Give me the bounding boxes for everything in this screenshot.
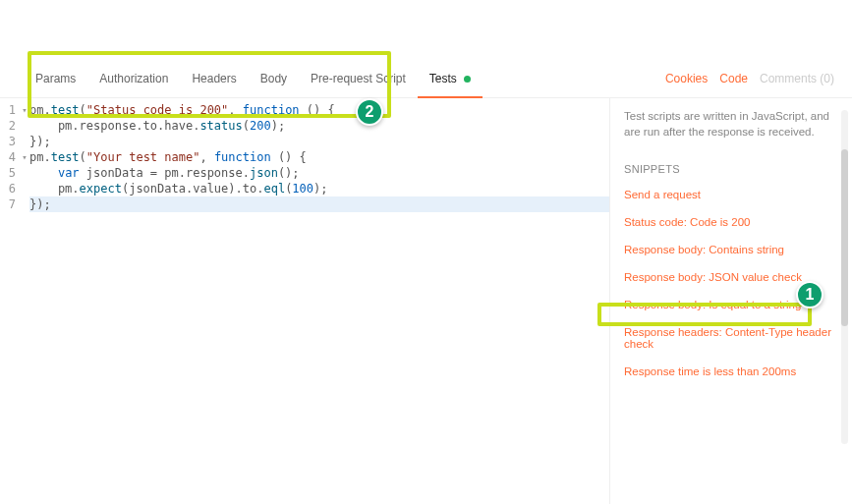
snippet-status-code-200[interactable]: Status code: Code is 200 [624, 216, 842, 228]
callout-badge-1: 1 [796, 281, 824, 308]
snippet-content-type-header[interactable]: Response headers: Content-Type header ch… [624, 326, 842, 350]
code-line: pm.response.to.have.status(200); [29, 118, 609, 134]
tests-active-dot-icon [464, 76, 471, 83]
fold-column: ▾ ▾ [20, 102, 29, 504]
fold-icon[interactable]: ▾ [20, 102, 29, 118]
code-body[interactable]: pm.test("Status code is 200", function (… [29, 102, 609, 504]
main-area: 1 2 3 4 5 6 7 ▾ ▾ pm.test("Status code i… [0, 98, 852, 504]
code-link[interactable]: Code [719, 72, 748, 85]
snippets-heading: SNIPPETS [624, 163, 842, 175]
line-number: 7 [0, 196, 16, 212]
tab-params[interactable]: Params [24, 59, 87, 98]
code-line: }); [29, 134, 609, 149]
request-tabs: Params Authorization Headers Body Pre-re… [0, 59, 852, 98]
snippet-body-contains-string[interactable]: Response body: Contains string [624, 244, 842, 255]
code-line: var jsonData = pm.response.json(); [29, 165, 609, 181]
fold-icon[interactable]: ▾ [20, 149, 29, 165]
line-number: 5 [0, 165, 16, 181]
scrollbar-track[interactable] [841, 110, 848, 444]
cookies-link[interactable]: Cookies [665, 72, 708, 85]
tab-headers[interactable]: Headers [180, 59, 248, 98]
line-number: 2 [0, 118, 16, 134]
code-line: pm.test("Status code is 200", function (… [29, 102, 609, 118]
snippet-send-request[interactable]: Send a request [624, 189, 842, 200]
tab-tests-label: Tests [429, 72, 457, 85]
helper-text: Test scripts are written in JavaScript, … [624, 108, 842, 140]
callout-badge-2: 2 [356, 98, 383, 126]
editor-gutter: 1 2 3 4 5 6 7 [0, 102, 20, 504]
line-number: 1 [0, 102, 16, 118]
snippet-response-time[interactable]: Response time is less than 200ms [624, 365, 842, 377]
tab-authorization[interactable]: Authorization [87, 59, 180, 98]
line-number: 4 [0, 149, 16, 165]
line-number: 6 [0, 181, 16, 196]
header-right-links: Cookies Code Comments (0) [665, 72, 852, 85]
tests-editor[interactable]: 1 2 3 4 5 6 7 ▾ ▾ pm.test("Status code i… [0, 98, 610, 504]
tab-body[interactable]: Body [249, 59, 299, 98]
line-number: 3 [0, 134, 16, 149]
code-line: }); [29, 196, 609, 212]
tab-tests[interactable]: Tests [418, 59, 483, 98]
comments-link[interactable]: Comments (0) [760, 72, 834, 85]
scrollbar-thumb[interactable] [841, 149, 848, 326]
tab-prerequest[interactable]: Pre-request Script [299, 59, 418, 98]
code-line: pm.expect(jsonData.value).to.eql(100); [29, 181, 609, 196]
code-line: pm.test("Your test name", function () { [29, 149, 609, 165]
